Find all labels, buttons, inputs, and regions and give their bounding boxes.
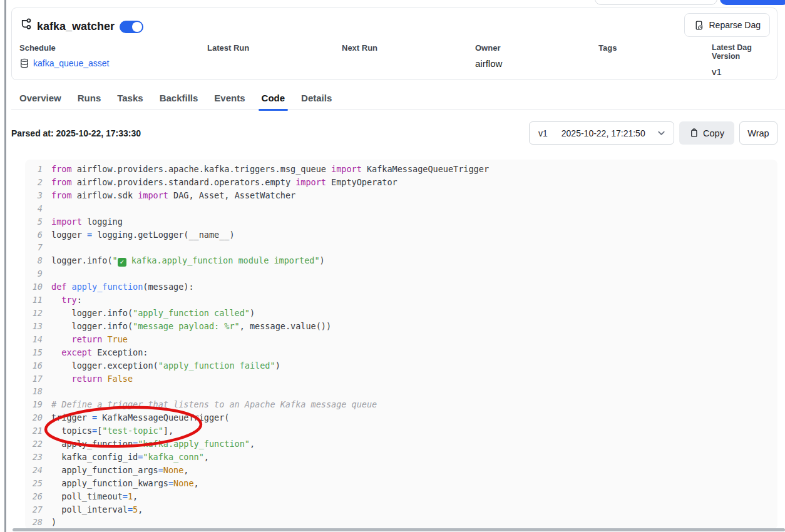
dag-enabled-toggle[interactable]	[120, 21, 143, 33]
toggle-knob	[132, 22, 142, 32]
line-number: 24	[25, 464, 43, 477]
code-line: 4	[25, 202, 777, 215]
code-line: 2from airflow.providers.standard.operato…	[25, 176, 777, 189]
code-text: from airflow.providers.apache.kafka.trig…	[51, 163, 489, 176]
code-text: apply_function_args=None,	[51, 464, 188, 477]
code-line: 17 return False	[25, 372, 777, 386]
code-line: 22 apply_function="kafka.apply_function"…	[25, 437, 777, 451]
code-line: 21 topics=["test-topic"],	[25, 424, 777, 437]
tab-details[interactable]: Details	[293, 88, 340, 110]
top-search-input-partial[interactable]	[595, 0, 717, 5]
copy-label: Copy	[703, 128, 724, 138]
line-number: 9	[25, 267, 43, 280]
code-text: import logging	[51, 215, 123, 228]
code-text: poll_interval=5,	[51, 503, 143, 516]
line-number: 17	[25, 372, 43, 386]
code-text: logger.info("apply_function called")	[51, 307, 255, 320]
code-line: 8logger.info("✓ kafka.apply_function mod…	[25, 254, 777, 267]
code-text: )	[51, 516, 56, 529]
reparse-dag-label: Reparse Dag	[709, 20, 761, 30]
line-number: 8	[25, 254, 43, 267]
dag-version-select[interactable]: v1 2025-10-22, 17:21:50	[529, 121, 674, 145]
stat-next-run: Next Run	[342, 43, 377, 58]
line-number: 4	[25, 202, 43, 215]
line-number: 16	[25, 359, 43, 372]
line-number: 18	[25, 385, 43, 398]
wrap-button[interactable]: Wrap	[739, 121, 777, 145]
dag-icon	[19, 18, 33, 32]
code-text: # Define a trigger that listens to an Ap…	[51, 398, 377, 411]
tab-overview[interactable]: Overview	[11, 88, 69, 110]
code-block[interactable]: 1from airflow.providers.apache.kafka.tri…	[25, 160, 777, 529]
code-line: 23 kafka_config_id="kafka_conn",	[25, 451, 777, 464]
code-line: 12 logger.info("apply_function called")	[25, 307, 777, 320]
line-number: 28	[25, 516, 43, 529]
check-emoji: ✓	[118, 258, 126, 267]
tab-tasks[interactable]: Tasks	[109, 88, 151, 110]
code-line: 10def apply_function(message):	[25, 280, 777, 294]
code-lines: 1from airflow.providers.apache.kafka.tri…	[25, 163, 777, 529]
parsed-at-label: Parsed at: 2025-10-22, 17:33:30	[11, 128, 141, 138]
code-line: 24 apply_function_args=None,	[25, 464, 777, 477]
database-icon	[19, 58, 29, 68]
line-number: 25	[25, 477, 43, 490]
dag-code-page: kafka_watcher Reparse Dag Schedule kafka…	[0, 0, 785, 532]
code-text: logger.info("✓ kafka.apply_function modu…	[51, 254, 325, 267]
code-text: apply_function="kafka.apply_function",	[51, 437, 255, 451]
code-text: logger = logging.getLogger(__name__)	[51, 228, 235, 242]
stat-owner: Owner airflow	[475, 43, 502, 69]
code-line: 15 except Exception:	[25, 346, 777, 359]
reparse-dag-button[interactable]: Reparse Dag	[684, 13, 771, 37]
copy-button[interactable]: Copy	[679, 121, 734, 145]
tab-events[interactable]: Events	[206, 88, 253, 110]
line-number: 19	[25, 398, 43, 411]
horizontal-scrollbar[interactable]	[13, 528, 785, 531]
code-text: return True	[51, 333, 128, 346]
chevron-down-icon	[657, 128, 666, 138]
tab-runs[interactable]: Runs	[69, 88, 110, 110]
left-panel-divider	[4, 0, 6, 532]
code-text: return False	[51, 372, 133, 386]
dag-title: kafka_watcher	[37, 20, 115, 33]
code-line: 13 logger.info("message payload: %r", me…	[25, 320, 777, 333]
clipboard-icon	[689, 128, 699, 138]
code-line: 7	[25, 241, 777, 254]
line-number: 5	[25, 215, 43, 228]
top-primary-button-partial[interactable]	[720, 0, 785, 5]
code-line: 20trigger = KafkaMessageQueueTrigger(	[25, 411, 777, 424]
code-text: except Exception:	[51, 346, 148, 359]
dag-header-card: kafka_watcher Reparse Dag Schedule kafka…	[11, 8, 777, 80]
code-text: kafka_config_id="kafka_conn",	[51, 451, 209, 464]
code-line: 25 apply_function_kwargs=None,	[25, 477, 777, 490]
version-timestamp: 2025-10-22, 17:21:50	[562, 128, 645, 138]
code-text: poll_timeout=1,	[51, 490, 138, 503]
line-number: 7	[25, 241, 43, 254]
line-number: 12	[25, 307, 43, 320]
line-number: 27	[25, 503, 43, 516]
code-line: 14 return True	[25, 333, 777, 346]
line-number: 23	[25, 451, 43, 464]
code-line: 16 logger.exception("apply_function fail…	[25, 359, 777, 372]
code-text: logger.exception("apply_function failed"…	[51, 359, 280, 372]
stat-latest-dag-version: Latest Dag Version v1	[712, 43, 777, 77]
line-number: 10	[25, 280, 43, 294]
tab-code[interactable]: Code	[254, 88, 294, 110]
line-number: 14	[25, 333, 43, 346]
code-text: logger.info("message payload: %r", messa…	[51, 320, 331, 333]
line-number: 15	[25, 346, 43, 359]
code-line: 19# Define a trigger that listens to an …	[25, 398, 777, 411]
line-number: 2	[25, 176, 43, 189]
code-line: 26 poll_timeout=1,	[25, 490, 777, 503]
line-number: 13	[25, 320, 43, 333]
code-line: 5import logging	[25, 215, 777, 228]
code-text: from airflow.providers.standard.operator…	[51, 176, 398, 189]
wrap-label: Wrap	[747, 128, 769, 138]
line-number: 20	[25, 411, 43, 424]
line-number: 3	[25, 189, 43, 202]
schedule-asset-link[interactable]: kafka_queue_asset	[19, 58, 109, 68]
code-line: 18	[25, 385, 777, 398]
tab-backfills[interactable]: Backfills	[151, 88, 207, 110]
line-number: 26	[25, 490, 43, 503]
reparse-dag-icon	[694, 20, 704, 31]
code-line: 6logger = logging.getLogger(__name__)	[25, 228, 777, 242]
